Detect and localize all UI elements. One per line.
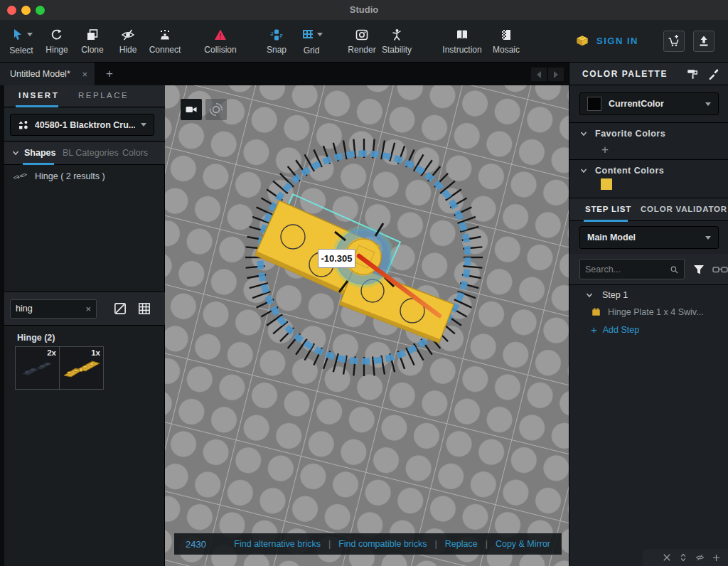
content-colors-header[interactable]: Content Colors: [579, 166, 664, 176]
part-search-section: ×: [4, 292, 165, 326]
add-icon[interactable]: [712, 553, 721, 562]
grid-view-icon[interactable]: [136, 301, 152, 316]
studio-window: { "window": { "title": "Studio" }, "glyp…: [0, 0, 728, 566]
tab-insert[interactable]: INSERT: [18, 91, 59, 100]
content-color-swatch-yellow[interactable]: [601, 178, 612, 190]
model-source-dropdown[interactable]: 40580-1 Blacktron Cru...: [10, 114, 154, 136]
main-toolbar: Select Hinge Clone Hide Connect Collisio…: [0, 20, 728, 63]
window-title: Studio: [0, 4, 728, 15]
add-favorite-color-button[interactable]: +: [601, 143, 609, 157]
replace-link[interactable]: Replace: [445, 539, 478, 549]
favorite-colors-header[interactable]: Favorite Colors: [579, 129, 665, 139]
step-list-mini-toolbar: [643, 549, 728, 566]
paint-roller-icon[interactable]: [686, 68, 699, 80]
subtab-bl-categories[interactable]: BL Categories: [63, 148, 119, 158]
find-alternative-bricks-link[interactable]: Find alternative bricks: [234, 539, 321, 549]
separator: |: [486, 539, 488, 549]
color-palette-header: COLOR PALETTE: [569, 63, 728, 85]
copy-mirror-link[interactable]: Copy & Mirror: [496, 539, 550, 549]
render-label: Render: [348, 45, 375, 55]
gold-brick-icon: [574, 33, 590, 49]
arrow-left-icon: [537, 71, 541, 78]
stability-button[interactable]: Stability: [378, 22, 415, 60]
step-list-tabs: STEP LIST COLOR VALIDATOR: [569, 198, 728, 221]
insert-replace-tabs: INSERT REPLACE: [4, 85, 165, 107]
shopping-cart-button[interactable]: [663, 31, 685, 52]
collision-tool-button[interactable]: Collision: [198, 22, 242, 60]
filter-slashed-square-icon[interactable]: [112, 301, 128, 316]
clear-search-icon[interactable]: ×: [82, 304, 91, 314]
separator: |: [435, 539, 437, 549]
collapse-all-icon[interactable]: [662, 552, 672, 562]
current-color-dropdown[interactable]: CurrentColor: [579, 92, 719, 115]
mosaic-button[interactable]: Mosaic: [489, 22, 523, 60]
tab-scroll-left-button[interactable]: [531, 68, 547, 81]
filter-funnel-icon[interactable]: [692, 262, 706, 277]
model-select-dropdown[interactable]: Main Model: [579, 226, 719, 249]
hinge-tool-button[interactable]: Hinge: [41, 22, 73, 60]
eye-off-icon: [121, 28, 135, 42]
part-palette-panel: INSERT REPLACE 40580-1 Blacktron Cru... …: [0, 85, 165, 566]
expand-all-icon[interactable]: [678, 552, 688, 562]
part-search-input[interactable]: [16, 304, 82, 314]
chevron-down-icon[interactable]: [11, 149, 20, 157]
shapes-subtabs: Shapes BL Categories Colors: [4, 142, 165, 165]
sign-in-button[interactable]: SIGN IN: [574, 33, 638, 49]
sign-in-label: SIGN IN: [596, 36, 638, 46]
camera-view-button[interactable]: [181, 99, 202, 120]
close-tab-icon[interactable]: ×: [82, 69, 87, 80]
step-search-section: [569, 254, 728, 285]
document-tab-bar: Untitled Model* × +: [0, 63, 569, 85]
instruction-button[interactable]: Instruction: [439, 22, 485, 60]
step-search-input[interactable]: [585, 265, 669, 274]
tab-untitled-model[interactable]: Untitled Model* ×: [0, 63, 95, 85]
select-tool-button[interactable]: Select: [6, 22, 37, 60]
hide-hidden-icon[interactable]: [695, 552, 705, 562]
stability-label: Stability: [382, 45, 412, 55]
upload-arrow-icon: [697, 34, 711, 48]
content-colors-label: Content Colors: [595, 166, 664, 176]
chevron-down-icon: [705, 236, 711, 240]
orbit-reset-button[interactable]: [205, 99, 227, 120]
snap-icon: [269, 28, 284, 42]
render-button[interactable]: Render: [346, 22, 378, 60]
add-step-button[interactable]: + Add Step: [591, 324, 639, 336]
title-bar: Studio: [0, 0, 728, 20]
grid-tool-button[interactable]: Grid: [294, 22, 328, 60]
viewport-scene: [165, 85, 569, 566]
cart-plus-icon: [667, 34, 681, 48]
eyedropper-icon[interactable]: [707, 68, 720, 80]
part-thumbnail-hinge-dark[interactable]: 2x: [15, 346, 60, 390]
collision-warning-icon: [213, 28, 228, 42]
search-results-section: Hinge (2) 2x 1x: [4, 326, 165, 566]
step-header-row[interactable]: Step 1: [585, 290, 628, 300]
find-compatible-bricks-link[interactable]: Find compatible bricks: [338, 539, 427, 549]
brick-shapes-icon: [18, 119, 29, 131]
tab-step-list[interactable]: STEP LIST: [585, 205, 631, 213]
clone-tool-button[interactable]: Clone: [77, 22, 108, 60]
hide-tool-button[interactable]: Hide: [114, 22, 142, 60]
snap-label: Snap: [267, 45, 287, 55]
tab-scroll-right-button[interactable]: [548, 68, 564, 81]
tab-color-validator[interactable]: COLOR VALIDATOR: [641, 205, 727, 213]
part-thumbnail-hinge-yellow[interactable]: 1x: [59, 346, 104, 390]
subtab-colors[interactable]: Colors: [122, 148, 148, 158]
mosaic-icon: [499, 28, 513, 42]
step-part-row[interactable]: Hinge Plate 1 x 4 Swiv...: [591, 306, 704, 317]
collision-label: Collision: [204, 45, 236, 55]
3d-viewport[interactable]: -10.305 2430 Find alternative bricks | F…: [165, 85, 569, 566]
step-search-box: [579, 259, 685, 279]
goggles-icon[interactable]: [712, 262, 728, 277]
new-tab-button[interactable]: +: [101, 65, 118, 82]
connect-tool-button[interactable]: Connect: [144, 22, 186, 60]
category-result-row[interactable]: Hinge ( 2 results ): [4, 166, 165, 187]
orbit-rotate-icon: [208, 102, 224, 117]
chevron-down-icon: [585, 291, 594, 299]
hinge-rotate-icon: [50, 28, 64, 42]
subtab-shapes[interactable]: Shapes: [24, 148, 55, 158]
upload-button[interactable]: [693, 31, 714, 52]
baseplate: [165, 85, 569, 566]
tab-replace[interactable]: REPLACE: [78, 91, 129, 100]
snap-tool-button[interactable]: Snap: [262, 22, 291, 60]
favorite-colors-label: Favorite Colors: [595, 129, 665, 139]
